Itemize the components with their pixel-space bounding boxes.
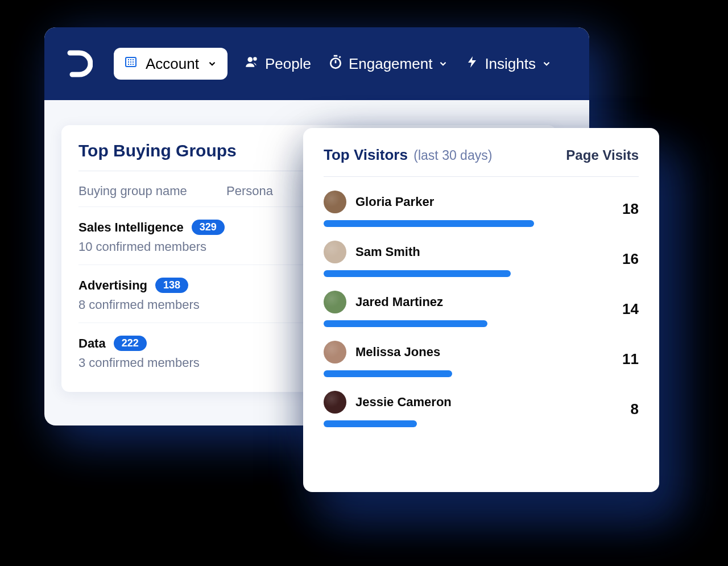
visitors-subtitle: (last 30 days) bbox=[413, 148, 492, 163]
nav-people-label: People bbox=[265, 55, 311, 73]
visitor-name: Sam Smith bbox=[355, 245, 420, 259]
stopwatch-icon bbox=[328, 55, 343, 73]
chevron-down-icon bbox=[438, 55, 448, 73]
visit-count: 14 bbox=[605, 300, 639, 318]
visit-count: 11 bbox=[605, 350, 639, 368]
avatar bbox=[324, 391, 346, 414]
visit-count: 16 bbox=[605, 250, 639, 268]
visit-count: 18 bbox=[605, 200, 639, 218]
visitor-row[interactable]: Jared Martinez14 bbox=[324, 277, 639, 327]
visits-bar bbox=[324, 270, 540, 277]
chevron-down-icon bbox=[541, 55, 552, 73]
group-count-badge: 138 bbox=[155, 278, 188, 293]
svg-point-11 bbox=[253, 57, 257, 61]
visitors-title: Top Visitors bbox=[324, 146, 408, 163]
visits-bar bbox=[324, 420, 540, 427]
visit-count: 8 bbox=[605, 400, 639, 418]
nav-people[interactable]: People bbox=[245, 55, 311, 73]
bolt-icon bbox=[465, 55, 479, 73]
group-name: Data bbox=[78, 336, 106, 351]
svg-line-15 bbox=[339, 56, 340, 57]
avatar bbox=[324, 291, 346, 313]
col-buying-group-name: Buying group name bbox=[78, 184, 226, 199]
visitor-row[interactable]: Sam Smith16 bbox=[324, 227, 639, 277]
visitor-row[interactable]: Jessie Cameron8 bbox=[324, 377, 639, 427]
nav-insights[interactable]: Insights bbox=[465, 55, 552, 73]
avatar bbox=[324, 241, 346, 263]
col-persona: Persona bbox=[226, 184, 273, 199]
visitors-header: Top Visitors (last 30 days) Page Visits bbox=[324, 146, 639, 177]
visitor-row[interactable]: Melissa Jones11 bbox=[324, 327, 639, 377]
group-name: Sales Intelligence bbox=[78, 220, 184, 235]
people-icon bbox=[245, 55, 259, 73]
card-top-visitors: Top Visitors (last 30 days) Page Visits … bbox=[303, 128, 659, 492]
group-name: Advertising bbox=[78, 278, 147, 293]
visitor-name: Jared Martinez bbox=[355, 295, 443, 309]
group-count-badge: 329 bbox=[192, 220, 225, 235]
svg-point-12 bbox=[330, 58, 340, 68]
svg-point-10 bbox=[247, 57, 253, 62]
building-icon bbox=[124, 55, 138, 73]
visits-bar bbox=[324, 220, 540, 227]
visitor-row[interactable]: Gloria Parker18 bbox=[324, 177, 639, 227]
visitor-name: Jessie Cameron bbox=[355, 395, 452, 410]
col-page-visits: Page Visits bbox=[566, 147, 639, 163]
visits-bar bbox=[324, 370, 540, 377]
visitor-name: Gloria Parker bbox=[355, 195, 434, 209]
account-dropdown[interactable]: Account bbox=[114, 48, 228, 80]
visitor-name: Melissa Jones bbox=[355, 345, 440, 360]
group-count-badge: 222 bbox=[114, 336, 147, 351]
nav-engagement[interactable]: Engagement bbox=[328, 55, 448, 73]
top-nav: Account People Engagement bbox=[44, 27, 589, 100]
chevron-down-icon bbox=[207, 55, 217, 73]
visits-bar bbox=[324, 320, 540, 327]
nav-engagement-label: Engagement bbox=[349, 55, 432, 73]
avatar bbox=[324, 191, 346, 213]
visitor-rows: Gloria Parker18Sam Smith16Jared Martinez… bbox=[324, 177, 639, 427]
account-label: Account bbox=[146, 55, 199, 73]
avatar bbox=[324, 341, 346, 363]
brand-logo bbox=[60, 46, 97, 82]
nav-insights-label: Insights bbox=[485, 55, 536, 73]
